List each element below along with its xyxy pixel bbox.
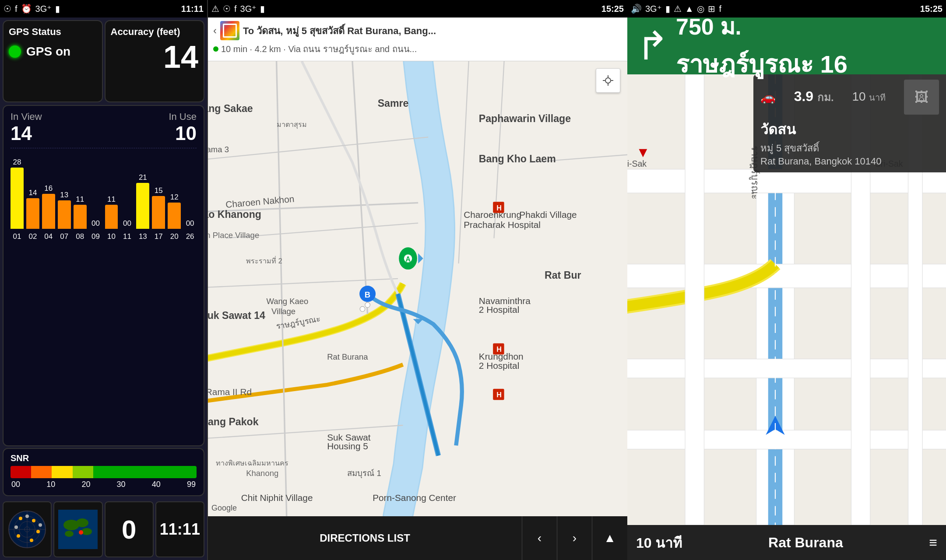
nav-turn-arrow: ↱	[636, 26, 669, 66]
world-icon	[58, 510, 98, 549]
gps-status-box: GPS Status GPS on	[3, 20, 103, 102]
svg-text:Bang Kho Laem: Bang Kho Laem	[479, 153, 556, 164]
sat-bar-09: 00	[89, 219, 102, 229]
map-nav-top: ‹ To วัดสน, หมู่ 5 สุขสวัสดิ์ Rat Burana…	[213, 21, 622, 40]
svg-text:B: B	[365, 290, 370, 299]
battery-icon: ▮	[55, 4, 60, 14]
right-panel: 🔊 3G⁺ ▮ ⚠ ▲ ◎ ⊞ f 15:25 ↱ 750 ม. ราษฎร์บ…	[627, 0, 946, 560]
svg-text:Phakdi Village: Phakdi Village	[519, 210, 577, 220]
nav-dest-addr1: หมู่ 5 สุขสวัสดิ์	[760, 140, 939, 156]
nav-info-panel: 🚗 3.9 กม. 10 นาที 🖼 วัดสน หมู่ 5 สุขสวัส…	[753, 74, 946, 172]
destination-photo: 🖼	[904, 80, 939, 115]
svg-point-16	[76, 518, 88, 527]
satellites-box: In View 14 In Use 10 28 14 16	[3, 105, 204, 446]
in-use-section: In Use 10	[169, 111, 197, 144]
nav-direction-bar: ↱ 750 ม. ราษฎร์บูรณะ 16	[627, 18, 946, 74]
map-container[interactable]: Charoen Nakhon Rama II Rd ราษฎร์บูรณะ Ra…	[208, 61, 627, 516]
sat-bar-10: 11	[105, 195, 118, 229]
svg-rect-86	[627, 169, 946, 193]
nav-info-top: 🚗 3.9 กม. 10 นาที 🖼	[760, 80, 939, 115]
in-use-label: In Use	[169, 111, 197, 122]
svg-point-12	[25, 514, 29, 518]
svg-point-78	[605, 78, 611, 83]
snr-seg-orange	[31, 466, 52, 478]
google-watermark: Google	[211, 504, 237, 513]
map-status-time: 15:25	[601, 4, 624, 14]
speed-box[interactable]: 0	[105, 501, 154, 557]
snr-numbers: 00 10 20 30 40 99	[11, 480, 197, 489]
next-direction-button[interactable]: ›	[557, 516, 592, 560]
nav-street-name: ราษฎร์บูรณะ 16	[676, 45, 848, 84]
svg-text:Rama II Rd: Rama II Rd	[208, 387, 252, 397]
nav-dest-name: วัดสน	[760, 118, 939, 140]
left-panel: ☉ f ⏰ 3G⁺ ▮ 11:11 GPS Status GPS on Accu…	[0, 0, 208, 560]
svg-point-7	[32, 519, 35, 522]
sat-bar-01: 28	[11, 158, 24, 229]
location-button[interactable]	[596, 68, 620, 93]
svg-text:H: H	[496, 204, 502, 212]
maps-logo-inner	[223, 24, 237, 38]
time-box[interactable]: 11:11	[155, 501, 204, 557]
nav-eta: 10 นาที	[636, 532, 682, 554]
svg-point-18	[65, 531, 74, 537]
gps-on-text: GPS on	[26, 45, 70, 59]
snr-seg-lime	[73, 466, 93, 478]
svg-text:Suk Sawat: Suk Sawat	[327, 432, 371, 442]
map-nav-bottom: 10 min · 4.2 km · Via ถนน ราษฎร์บูรณะ an…	[213, 42, 622, 56]
sun-icon2: ☉	[223, 4, 231, 14]
radar-icon	[7, 510, 47, 549]
nav-total-distance: 3.9 กม.	[794, 88, 834, 106]
sat-header: In View 14 In Use 10	[11, 111, 197, 144]
speed-value: 0	[122, 514, 136, 545]
snr-seg-yellow	[52, 466, 72, 478]
svg-point-6	[19, 517, 22, 520]
svg-rect-87	[627, 264, 946, 288]
map-status-bar: ⚠ ☉ f 3G⁺ ▮ 15:25	[208, 0, 627, 18]
svg-text:Charoenkrung: Charoenkrung	[464, 210, 521, 220]
svg-text:H: H	[496, 345, 502, 353]
in-view-label: In View	[11, 111, 42, 122]
volume-icon: 🔊	[631, 4, 642, 14]
warn-icon: ⚠	[211, 4, 219, 14]
map-nav-bar: ‹ To วัดสน, หมู่ 5 สุขสวัสดิ์ Rat Burana…	[208, 18, 627, 61]
nav-menu-icon[interactable]: ≡	[929, 535, 937, 551]
svg-text:Bang Pakok: Bang Pakok	[208, 416, 259, 427]
signal-icon3: 3G⁺	[645, 4, 662, 14]
gps-on-indicator: GPS on	[9, 45, 97, 59]
in-use-value: 10	[169, 122, 197, 144]
svg-text:Wang Kaeo: Wang Kaeo	[266, 297, 308, 306]
route-info-text: 10 min · 4.2 km · Via ถนน ราษฎร์บูรณะ an…	[221, 42, 417, 56]
snr-bar-track	[11, 466, 197, 478]
svg-point-17	[81, 528, 92, 535]
svg-text:Paphawarin Village: Paphawarin Village	[479, 113, 571, 124]
map-svg: Charoen Nakhon Rama II Rd ราษฎร์บูรณะ Ra…	[208, 61, 627, 516]
snr-box: SNR 00 10 20 30 40 99	[3, 448, 204, 496]
world-map-box[interactable]	[53, 501, 102, 557]
svg-text:own Place Village: own Place Village	[208, 231, 259, 240]
caution-marker: ▼	[636, 144, 650, 161]
svg-point-72	[365, 302, 370, 308]
map-locate-button[interactable]: ▲	[592, 516, 627, 560]
gps-status-title: GPS Status	[9, 26, 97, 38]
back-arrow-icon[interactable]: ‹	[213, 24, 217, 37]
in-view-value: 14	[11, 122, 42, 144]
directions-list-button[interactable]: DIRECTIONS LIST	[208, 516, 522, 560]
svg-point-9	[30, 539, 33, 542]
warn-icon2: ⚠	[674, 4, 682, 14]
svg-text:Bang Sakae: Bang Sakae	[208, 103, 253, 114]
prev-direction-button[interactable]: ‹	[522, 516, 557, 560]
svg-rect-89	[627, 430, 946, 449]
svg-rect-88	[627, 359, 946, 378]
nav-dest-addr2: Rat Burana, Bangkok 10140	[760, 156, 939, 167]
signal-icon2: 3G⁺	[240, 4, 257, 14]
sat-chart: 28 14 16 13 11	[11, 152, 197, 231]
radar-box[interactable]	[3, 501, 52, 557]
svg-point-8	[36, 530, 40, 533]
battery-icon3: ▮	[665, 4, 670, 14]
svg-text:Rat Burana: Rat Burana	[327, 352, 368, 361]
accuracy-box: Accuracy (feet) 14	[105, 20, 205, 102]
svg-text:พระรามที่ 2: พระรามที่ 2	[246, 256, 282, 265]
nav-arrow-icon: ▲	[685, 4, 694, 14]
battery-icon2: ▮	[260, 4, 265, 14]
svg-text:A: A	[405, 255, 411, 263]
